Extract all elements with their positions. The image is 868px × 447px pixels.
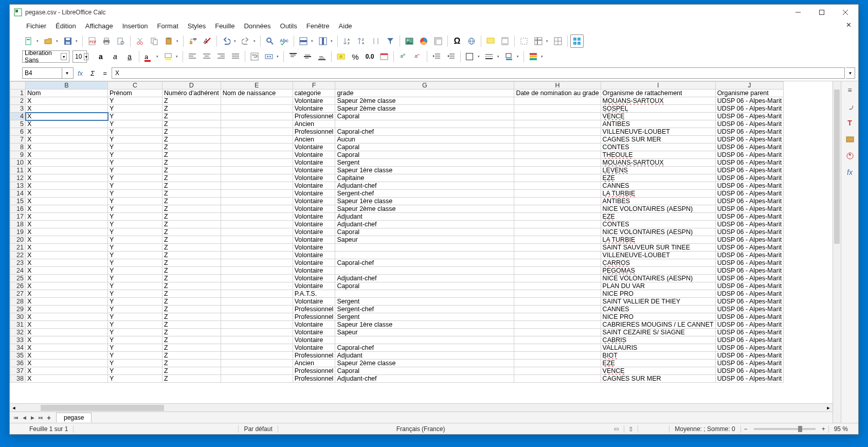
cell[interactable]: UDSP 06 - Alpes-Marit — [715, 282, 784, 290]
cell[interactable] — [514, 306, 601, 313]
cell[interactable]: Y — [108, 298, 162, 306]
number-button[interactable]: 0.0 — [363, 50, 376, 63]
cell[interactable] — [221, 236, 293, 244]
cell[interactable] — [514, 120, 601, 128]
save-button[interactable] — [61, 34, 80, 48]
cell[interactable]: Y — [108, 259, 162, 267]
cell[interactable]: X — [26, 159, 108, 167]
headers-footers-button[interactable] — [498, 34, 512, 48]
cell[interactable]: Volontaire — [293, 213, 335, 221]
cell[interactable]: NICE VOLONTAIRES (AESPN) — [601, 275, 715, 282]
cell[interactable]: UDSP 06 - Alpes-Marit — [715, 375, 784, 383]
cell[interactable] — [514, 259, 601, 267]
cell[interactable]: Z — [162, 236, 221, 244]
cell[interactable]: Z — [162, 97, 221, 105]
summary-label[interactable]: Moyenne: ; Somme: 0 — [670, 425, 740, 433]
cell[interactable] — [514, 282, 601, 290]
cell[interactable] — [514, 221, 601, 228]
cell[interactable]: Sergent — [335, 313, 514, 321]
cell[interactable] — [221, 221, 293, 228]
column-header-H[interactable]: H — [514, 82, 601, 90]
row-header[interactable]: 35 — [10, 352, 26, 360]
align-center-button[interactable] — [200, 50, 213, 63]
cell[interactable]: UDSP 06 - Alpes-Marit — [715, 144, 784, 151]
underline-button[interactable]: a — [123, 50, 136, 63]
row-header[interactable]: 34 — [10, 344, 26, 352]
remove-decimal-button[interactable]: .0− — [411, 50, 424, 63]
cell[interactable]: NICE PRO — [601, 290, 715, 298]
cell[interactable]: Z — [162, 352, 221, 360]
menu-donnees[interactable]: Données — [240, 21, 275, 31]
cell[interactable] — [221, 244, 293, 252]
cell[interactable]: Caporal — [335, 367, 514, 375]
cell[interactable]: Y — [108, 113, 162, 120]
cell[interactable]: Volontaire — [293, 205, 335, 213]
show-draw-functions-button[interactable] — [570, 34, 584, 48]
cell[interactable]: Professionnel — [293, 306, 335, 313]
cell[interactable]: Z — [162, 244, 221, 252]
cell[interactable]: Volontaire — [293, 267, 335, 275]
decrease-indent-button[interactable] — [444, 50, 458, 63]
cell[interactable] — [221, 259, 293, 267]
cell[interactable]: UDSP 06 - Alpes-Marit — [715, 259, 784, 267]
split-window-button[interactable] — [551, 34, 565, 48]
merge-cells-button[interactable] — [262, 50, 281, 63]
cell[interactable] — [514, 298, 601, 306]
cell[interactable]: SAINT SAUVEUR SUR TINEE — [601, 244, 715, 252]
minimize-button[interactable] — [786, 5, 810, 20]
cell[interactable]: Z — [162, 313, 221, 321]
align-bottom-button[interactable] — [315, 50, 329, 63]
cell[interactable]: X — [26, 182, 108, 190]
cell[interactable] — [221, 128, 293, 136]
cell[interactable] — [221, 205, 293, 213]
cell[interactable] — [221, 167, 293, 174]
cell[interactable]: UDSP 06 - Alpes-Marit — [715, 151, 784, 159]
cell[interactable]: Sergent — [335, 159, 514, 167]
cell[interactable]: NICE VOLONTAIRES (AESPN) — [601, 205, 715, 213]
cell[interactable] — [514, 336, 601, 344]
cell[interactable] — [514, 352, 601, 360]
cell[interactable]: Professionnel — [293, 367, 335, 375]
cell[interactable]: Z — [162, 151, 221, 159]
cell[interactable]: SAINT VALLIER DE THIEY — [601, 298, 715, 306]
sheet-tab[interactable]: pegase — [56, 413, 92, 422]
cell[interactable]: Y — [108, 313, 162, 321]
cell[interactable]: UDSP 06 - Alpes-Marit — [715, 221, 784, 228]
cell[interactable] — [221, 228, 293, 236]
cell[interactable]: UDSP 06 - Alpes-Marit — [715, 159, 784, 167]
formula-expand-button[interactable]: ▼ — [846, 67, 855, 79]
cell[interactable]: CAGNES SUR MER — [601, 136, 715, 144]
cell[interactable]: Organisme parent — [715, 90, 784, 97]
cell[interactable]: Z — [162, 252, 221, 259]
column-header-D[interactable]: D — [162, 82, 221, 90]
navigator-panel-icon[interactable] — [844, 150, 856, 162]
paste-button[interactable] — [162, 34, 180, 48]
cell[interactable]: Y — [108, 190, 162, 198]
row-header[interactable]: 13 — [10, 182, 26, 190]
cell[interactable]: CANNES — [601, 306, 715, 313]
cell[interactable]: NICE PRO — [601, 313, 715, 321]
select-all-corner[interactable] — [10, 82, 26, 90]
cell[interactable]: X — [26, 144, 108, 151]
cell[interactable]: Y — [108, 205, 162, 213]
cell[interactable]: X — [26, 236, 108, 244]
column-header-B[interactable]: B — [26, 82, 108, 90]
cell[interactable]: Sapeur 1ère classe — [335, 167, 514, 174]
menu-outils[interactable]: Outils — [276, 21, 301, 31]
cell[interactable]: X — [26, 306, 108, 313]
cell[interactable]: Nom de naissance — [221, 90, 293, 97]
cell[interactable] — [514, 313, 601, 321]
cell[interactable]: UDSP 06 - Alpes-Marit — [715, 105, 784, 113]
cell[interactable]: Z — [162, 259, 221, 267]
cell[interactable] — [221, 198, 293, 205]
cell[interactable]: Caporal-chef — [335, 344, 514, 352]
cell[interactable] — [221, 105, 293, 113]
cell[interactable] — [335, 252, 514, 259]
cell[interactable]: Adjudant-chef — [335, 375, 514, 383]
clone-formatting-button[interactable] — [186, 34, 200, 48]
cell[interactable]: Z — [162, 375, 221, 383]
row-header[interactable]: 29 — [10, 306, 26, 313]
cell[interactable] — [221, 182, 293, 190]
cell[interactable]: Y — [108, 221, 162, 228]
cell[interactable]: Y — [108, 306, 162, 313]
